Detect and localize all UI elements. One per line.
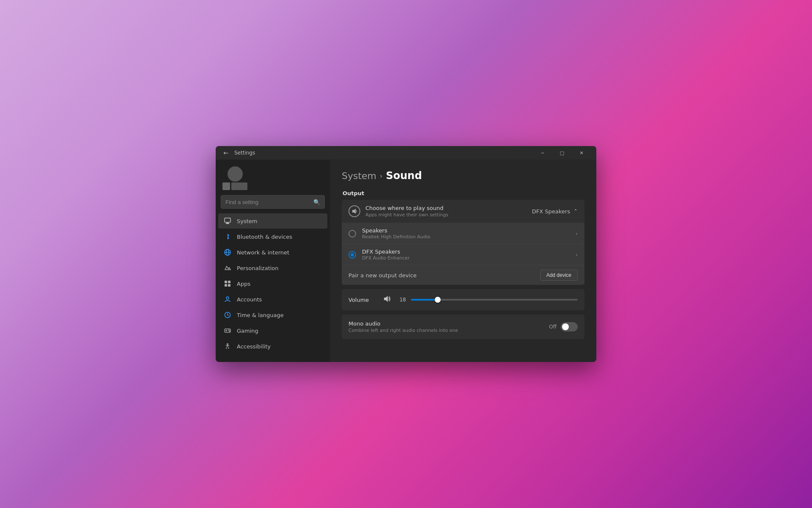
radio-dfx[interactable] bbox=[348, 251, 356, 259]
choose-sound-subtitle: Apps might have their own settings bbox=[365, 212, 527, 218]
speakers-name: Speakers bbox=[362, 227, 570, 234]
system-icon bbox=[223, 217, 232, 225]
volume-slider[interactable] bbox=[411, 299, 578, 301]
choose-sound-info: Choose where to play sound Apps might ha… bbox=[365, 205, 527, 218]
sidebar-item-apps-label: Apps bbox=[237, 281, 250, 287]
sidebar-item-personalization[interactable]: Personalization bbox=[218, 260, 327, 276]
sidebar-item-gaming-label: Gaming bbox=[237, 328, 258, 334]
avatar-small-1 bbox=[222, 182, 230, 190]
avatar-small-2 bbox=[231, 182, 247, 190]
radio-dfx-inner bbox=[351, 253, 354, 257]
svg-rect-1 bbox=[226, 223, 229, 224]
svg-rect-9 bbox=[228, 284, 230, 287]
device-row-dfx[interactable]: DFX Speakers DFX Audio Enhancer › bbox=[342, 244, 584, 265]
svg-point-10 bbox=[226, 297, 229, 299]
svg-point-16 bbox=[229, 331, 230, 331]
breadcrumb-parent: System bbox=[342, 171, 376, 181]
window-title: Settings bbox=[234, 150, 255, 156]
settings-window: ← Settings ─ □ ✕ � bbox=[216, 146, 596, 362]
sidebar-item-bluetooth-label: Bluetooth & devices bbox=[237, 234, 292, 240]
sidebar-nav: System Bluetooth & devices Network & int… bbox=[216, 212, 330, 362]
bluetooth-icon bbox=[223, 232, 232, 241]
breadcrumb-separator: › bbox=[380, 172, 382, 180]
sidebar-item-bluetooth[interactable]: Bluetooth & devices bbox=[218, 229, 327, 244]
current-device-label: DFX Speakers bbox=[532, 208, 570, 215]
personalization-icon bbox=[223, 264, 232, 272]
mono-info: Mono audio Combine left and right audio … bbox=[348, 320, 458, 333]
volume-label: Volume bbox=[348, 297, 378, 303]
sidebar-item-apps[interactable]: Apps bbox=[218, 276, 327, 291]
speakers-chevron-icon: › bbox=[576, 230, 578, 237]
volume-slider-fill bbox=[411, 299, 438, 301]
output-label: Output bbox=[342, 190, 584, 196]
mono-audio-state: Off bbox=[549, 324, 557, 330]
avatar bbox=[228, 166, 243, 182]
title-bar: ← Settings ─ □ ✕ bbox=[216, 146, 596, 160]
maximize-button[interactable]: □ bbox=[552, 146, 572, 160]
breadcrumb: System › Sound bbox=[342, 170, 584, 182]
speakers-info: Speakers Realtek High Definition Audio bbox=[362, 227, 570, 240]
svg-marker-20 bbox=[384, 296, 388, 302]
breadcrumb-current: Sound bbox=[386, 170, 422, 182]
avatar-area bbox=[222, 166, 247, 190]
search-icon: 🔍 bbox=[313, 199, 320, 205]
mono-audio-toggle[interactable] bbox=[561, 322, 578, 331]
gaming-icon bbox=[223, 326, 232, 335]
volume-icon bbox=[383, 295, 391, 304]
sidebar-item-system[interactable]: System bbox=[218, 213, 327, 229]
choose-output-card: Choose where to play sound Apps might ha… bbox=[342, 200, 584, 285]
svg-rect-2 bbox=[225, 224, 230, 224]
add-device-button[interactable]: Add device bbox=[540, 270, 578, 281]
avatar-row bbox=[222, 182, 247, 190]
mono-audio-card: Mono audio Combine left and right audio … bbox=[342, 315, 584, 339]
svg-point-15 bbox=[228, 330, 229, 331]
back-button[interactable]: ← bbox=[221, 148, 231, 158]
sidebar: 🔍 System Bluetooth & devices bbox=[216, 160, 330, 362]
volume-card: Volume 18 bbox=[342, 289, 584, 310]
window-controls: ─ □ ✕ bbox=[533, 146, 591, 160]
speakers-sub: Realtek High Definition Audio bbox=[362, 234, 570, 240]
chevron-up-icon: ⌃ bbox=[573, 208, 578, 214]
accessibility-icon bbox=[223, 342, 232, 351]
close-button[interactable]: ✕ bbox=[572, 146, 591, 160]
sidebar-item-accessibility-label: Accessibility bbox=[237, 343, 271, 350]
volume-value: 18 bbox=[396, 297, 406, 303]
search-box[interactable]: 🔍 bbox=[221, 195, 325, 209]
sidebar-item-system-label: System bbox=[237, 218, 257, 224]
apps-icon bbox=[223, 279, 232, 288]
toggle-thumb bbox=[562, 323, 569, 330]
device-row-speakers[interactable]: Speakers Realtek High Definition Audio › bbox=[342, 223, 584, 244]
dfx-sub: DFX Audio Enhancer bbox=[362, 255, 570, 261]
time-icon bbox=[223, 311, 232, 319]
svg-rect-6 bbox=[225, 281, 227, 283]
svg-rect-7 bbox=[228, 281, 230, 283]
accounts-icon bbox=[223, 295, 232, 304]
sound-output-icon bbox=[348, 205, 360, 217]
choose-sound-row[interactable]: Choose where to play sound Apps might ha… bbox=[342, 200, 584, 223]
search-input[interactable] bbox=[225, 199, 313, 205]
main-content: System › Sound Output Choose where to pl… bbox=[330, 160, 596, 362]
radio-speakers[interactable] bbox=[348, 230, 356, 237]
minimize-button[interactable]: ─ bbox=[533, 146, 552, 160]
sidebar-item-accounts[interactable]: Accounts bbox=[218, 292, 327, 307]
mono-right: Off bbox=[549, 322, 578, 331]
sidebar-item-gaming[interactable]: Gaming bbox=[218, 323, 327, 338]
dfx-name: DFX Speakers bbox=[362, 248, 570, 255]
pair-label: Pair a new output device bbox=[348, 272, 417, 279]
sidebar-item-time[interactable]: Time & language bbox=[218, 307, 327, 323]
choose-sound-right: DFX Speakers ⌃ bbox=[532, 208, 578, 215]
volume-slider-thumb[interactable] bbox=[435, 297, 441, 303]
pair-row: Pair a new output device Add device bbox=[342, 265, 584, 285]
sidebar-item-network-label: Network & internet bbox=[237, 249, 289, 256]
dfx-chevron-icon: › bbox=[576, 251, 578, 258]
choose-sound-title: Choose where to play sound bbox=[365, 205, 527, 211]
sidebar-item-accounts-label: Accounts bbox=[237, 296, 262, 303]
sidebar-item-personalization-label: Personalization bbox=[237, 265, 279, 271]
svg-marker-19 bbox=[352, 209, 356, 214]
sidebar-item-accessibility[interactable]: Accessibility bbox=[218, 339, 327, 354]
mono-audio-subtitle: Combine left and right audio channels in… bbox=[348, 328, 458, 333]
svg-rect-0 bbox=[225, 218, 230, 222]
dfx-info: DFX Speakers DFX Audio Enhancer bbox=[362, 248, 570, 261]
svg-rect-8 bbox=[225, 284, 227, 287]
sidebar-item-network[interactable]: Network & internet bbox=[218, 245, 327, 260]
